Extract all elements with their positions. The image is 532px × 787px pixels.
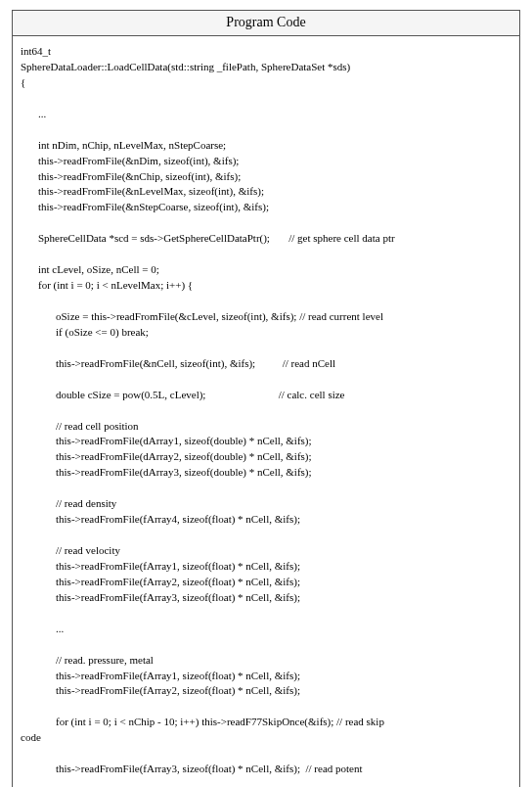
code-comment: // calc. cell size [279, 389, 345, 400]
code-line: this->readFromFile(&nDim, sizeof(int), &… [38, 155, 239, 166]
code-line: code [21, 731, 41, 743]
code-line: this->readFromFile(fArray3, sizeof(float… [56, 591, 300, 603]
code-line: // read velocity [56, 544, 120, 556]
code-line: ... [38, 108, 46, 119]
code-panel: Program Code int64_t SphereDataLoader::L… [12, 10, 520, 787]
code-line: this->readFromFile(fArray2, sizeof(float… [56, 684, 300, 696]
code-line: ... [56, 623, 64, 634]
code-line: SphereDataLoader::LoadCellData(std::stri… [21, 61, 350, 72]
code-line: this->readFromFile(dArray1, sizeof(doubl… [56, 435, 312, 446]
panel-title: Program Code [13, 11, 519, 36]
code-line: SphereCellData *scd = sds->GetSphereCell… [38, 232, 270, 244]
code-line: int cLevel, oSize, nCell = 0; [38, 263, 159, 275]
code-line: for (int i = 0; i < nLevelMax; i++) { [38, 279, 193, 291]
code-line: int64_t [21, 45, 51, 57]
code-line: this->readFromFile(dArray2, sizeof(doubl… [56, 450, 312, 462]
code-line: oSize = this->readFromFile(&cLevel, size… [56, 310, 383, 322]
code-body: int64_t SphereDataLoader::LoadCellData(s… [13, 36, 519, 787]
code-line: this->readFromFile(fArray1, sizeof(float… [56, 670, 300, 681]
code-line: { [21, 76, 25, 88]
code-line: // read density [56, 497, 116, 509]
code-line: this->readFromFile(&nLevelMax, sizeof(in… [38, 185, 264, 197]
page: Program Code int64_t SphereDataLoader::L… [0, 0, 532, 787]
code-line: this->readFromFile(dArray3, sizeof(doubl… [56, 466, 312, 478]
code-line: this->readFromFile(&nCell, sizeof(int), … [56, 357, 255, 369]
code-line: this->readFromFile(fArray2, sizeof(float… [56, 576, 300, 587]
code-line: // read. pressure, metal [56, 654, 154, 666]
code-line: int nDim, nChip, nLevelMax, nStepCoarse; [38, 139, 226, 151]
code-line: this->readFromFile(&nChip, sizeof(int), … [38, 170, 241, 182]
code-line: this->readFromFile(fArray1, sizeof(float… [56, 560, 300, 572]
code-comment: // get sphere cell data ptr [288, 232, 394, 244]
code-line: this->readFromFile(fArray3, sizeof(float… [56, 763, 363, 774]
code-comment: // read nCell [283, 357, 335, 369]
code-line: this->readFromFile(&nStepCoarse, sizeof(… [38, 201, 269, 212]
code-line: this->readFromFile(fArray4, sizeof(float… [56, 513, 300, 525]
code-line: for (int i = 0; i < nChip - 10; i++) thi… [56, 716, 384, 727]
code-line: if (oSize <= 0) break; [56, 326, 149, 338]
code-line: // read cell position [56, 420, 139, 432]
code-line: double cSize = pow(0.5L, cLevel); [56, 389, 205, 400]
